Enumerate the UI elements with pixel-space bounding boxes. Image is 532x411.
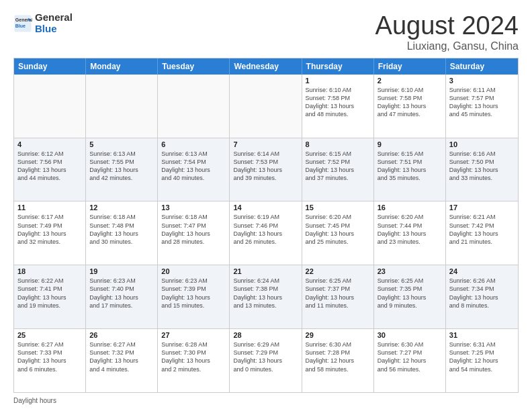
day-info: Sunrise: 6:12 AM Sunset: 7:56 PM Dayligh… [17,150,82,183]
cal-cell-3-4: 22Sunrise: 6:25 AM Sunset: 7:37 PM Dayli… [302,265,374,328]
day-info: Sunrise: 6:11 AM Sunset: 7:57 PM Dayligh… [449,86,515,119]
cal-cell-3-1: 19Sunrise: 6:23 AM Sunset: 7:40 PM Dayli… [86,265,158,328]
day-info: Sunrise: 6:18 AM Sunset: 7:47 PM Dayligh… [161,213,226,246]
cal-cell-0-6: 3Sunrise: 6:11 AM Sunset: 7:57 PM Daylig… [446,75,518,138]
day-number: 21 [233,267,298,275]
cal-cell-3-6: 24Sunrise: 6:26 AM Sunset: 7:34 PM Dayli… [446,265,518,328]
calendar-week-1: 4Sunrise: 6:12 AM Sunset: 7:56 PM Daylig… [14,138,518,201]
cal-cell-0-1 [86,75,158,138]
day-info: Sunrise: 6:18 AM Sunset: 7:48 PM Dayligh… [89,213,154,246]
cal-header-friday: Friday [374,58,446,75]
day-number: 27 [161,331,226,339]
day-number: 6 [161,140,226,148]
cal-cell-4-3: 28Sunrise: 6:29 AM Sunset: 7:29 PM Dayli… [230,329,302,392]
cal-cell-1-5: 9Sunrise: 6:15 AM Sunset: 7:51 PM Daylig… [374,138,446,201]
day-info: Sunrise: 6:30 AM Sunset: 7:27 PM Dayligh… [378,340,442,373]
cal-header-monday: Monday [86,58,158,75]
cal-cell-1-2: 6Sunrise: 6:13 AM Sunset: 7:54 PM Daylig… [158,138,230,201]
footer: Daylight hours [13,397,519,404]
cal-header-saturday: Saturday [446,58,518,75]
day-number: 12 [89,203,154,212]
day-number: 7 [233,140,298,148]
day-number: 25 [17,331,82,339]
calendar-body: 1Sunrise: 6:10 AM Sunset: 7:58 PM Daylig… [14,75,518,392]
day-info: Sunrise: 6:29 AM Sunset: 7:29 PM Dayligh… [233,340,298,373]
day-info: Sunrise: 6:20 AM Sunset: 7:45 PM Dayligh… [306,213,370,246]
day-info: Sunrise: 6:26 AM Sunset: 7:34 PM Dayligh… [449,277,515,310]
day-info: Sunrise: 6:28 AM Sunset: 7:30 PM Dayligh… [161,340,226,373]
svg-text:Blue: Blue [15,23,26,28]
cal-cell-2-2: 13Sunrise: 6:18 AM Sunset: 7:47 PM Dayli… [158,201,230,265]
day-info: Sunrise: 6:20 AM Sunset: 7:44 PM Dayligh… [378,213,442,246]
title-block: August 2024 Liuxiang, Gansu, China [375,12,519,52]
day-number: 30 [378,331,442,339]
page: General Blue General Blue August 2024 Li… [0,0,532,411]
cal-cell-0-3 [230,75,302,138]
cal-cell-2-0: 11Sunrise: 6:17 AM Sunset: 7:49 PM Dayli… [14,201,86,265]
cal-header-tuesday: Tuesday [158,58,230,75]
day-number: 2 [378,77,442,85]
cal-cell-0-4: 1Sunrise: 6:10 AM Sunset: 7:58 PM Daylig… [302,75,374,138]
logo: General Blue General Blue [13,12,73,34]
day-number: 11 [17,203,82,212]
calendar-week-3: 18Sunrise: 6:22 AM Sunset: 7:41 PM Dayli… [14,265,518,328]
logo-general: General [35,11,73,23]
cal-header-sunday: Sunday [14,58,86,75]
cal-cell-2-3: 14Sunrise: 6:19 AM Sunset: 7:46 PM Dayli… [230,201,302,265]
cal-cell-4-4: 29Sunrise: 6:30 AM Sunset: 7:28 PM Dayli… [302,329,374,392]
main-title: August 2024 [375,12,519,40]
day-info: Sunrise: 6:22 AM Sunset: 7:41 PM Dayligh… [17,277,82,310]
cal-cell-3-2: 20Sunrise: 6:23 AM Sunset: 7:39 PM Dayli… [158,265,230,328]
cal-cell-4-5: 30Sunrise: 6:30 AM Sunset: 7:27 PM Dayli… [374,329,446,392]
calendar-header-row: SundayMondayTuesdayWednesdayThursdayFrid… [14,58,518,75]
day-number: 31 [449,331,515,339]
day-info: Sunrise: 6:31 AM Sunset: 7:25 PM Dayligh… [449,340,515,373]
cal-cell-3-5: 23Sunrise: 6:25 AM Sunset: 7:35 PM Dayli… [374,265,446,328]
logo-text: General Blue [35,12,73,34]
day-number: 15 [306,203,370,212]
day-number: 3 [449,77,515,85]
day-info: Sunrise: 6:13 AM Sunset: 7:54 PM Dayligh… [161,150,226,183]
cal-cell-1-4: 8Sunrise: 6:15 AM Sunset: 7:52 PM Daylig… [302,138,374,201]
day-number: 26 [89,331,154,339]
cal-cell-1-0: 4Sunrise: 6:12 AM Sunset: 7:56 PM Daylig… [14,138,86,201]
cal-cell-4-1: 26Sunrise: 6:27 AM Sunset: 7:32 PM Dayli… [86,329,158,392]
day-number: 18 [17,267,82,275]
cal-cell-4-0: 25Sunrise: 6:27 AM Sunset: 7:33 PM Dayli… [14,329,86,392]
day-info: Sunrise: 6:15 AM Sunset: 7:51 PM Dayligh… [378,150,442,183]
cal-cell-2-5: 16Sunrise: 6:20 AM Sunset: 7:44 PM Dayli… [374,201,446,265]
cal-cell-3-3: 21Sunrise: 6:24 AM Sunset: 7:38 PM Dayli… [230,265,302,328]
day-info: Sunrise: 6:23 AM Sunset: 7:39 PM Dayligh… [161,277,226,310]
day-number: 23 [378,267,442,275]
day-number: 16 [378,203,442,212]
cal-cell-4-2: 27Sunrise: 6:28 AM Sunset: 7:30 PM Dayli… [158,329,230,392]
cal-cell-3-0: 18Sunrise: 6:22 AM Sunset: 7:41 PM Dayli… [14,265,86,328]
day-info: Sunrise: 6:15 AM Sunset: 7:52 PM Dayligh… [306,150,370,183]
cal-header-wednesday: Wednesday [230,58,302,75]
cal-cell-0-5: 2Sunrise: 6:10 AM Sunset: 7:58 PM Daylig… [374,75,446,138]
header: General Blue General Blue August 2024 Li… [13,12,519,52]
calendar-week-2: 11Sunrise: 6:17 AM Sunset: 7:49 PM Dayli… [14,201,518,265]
day-number: 4 [17,140,82,148]
cal-cell-2-1: 12Sunrise: 6:18 AM Sunset: 7:48 PM Dayli… [86,201,158,265]
day-number: 22 [306,267,370,275]
day-number: 5 [89,140,154,148]
day-info: Sunrise: 6:10 AM Sunset: 7:58 PM Dayligh… [306,86,370,119]
day-number: 14 [233,203,298,212]
day-number: 10 [449,140,515,148]
day-info: Sunrise: 6:30 AM Sunset: 7:28 PM Dayligh… [306,340,370,373]
calendar: SundayMondayTuesdayWednesdayThursdayFrid… [13,58,519,393]
cal-cell-1-3: 7Sunrise: 6:14 AM Sunset: 7:53 PM Daylig… [230,138,302,201]
day-number: 24 [449,267,515,275]
day-info: Sunrise: 6:21 AM Sunset: 7:42 PM Dayligh… [449,213,515,246]
cal-cell-4-6: 31Sunrise: 6:31 AM Sunset: 7:25 PM Dayli… [446,329,518,392]
day-number: 9 [378,140,442,148]
day-info: Sunrise: 6:17 AM Sunset: 7:49 PM Dayligh… [17,213,82,246]
day-number: 13 [161,203,226,212]
day-info: Sunrise: 6:10 AM Sunset: 7:58 PM Dayligh… [378,86,442,119]
day-number: 28 [233,331,298,339]
day-number: 20 [161,267,226,275]
day-info: Sunrise: 6:13 AM Sunset: 7:55 PM Dayligh… [89,150,154,183]
day-info: Sunrise: 6:25 AM Sunset: 7:37 PM Dayligh… [306,277,370,310]
day-number: 8 [306,140,370,148]
